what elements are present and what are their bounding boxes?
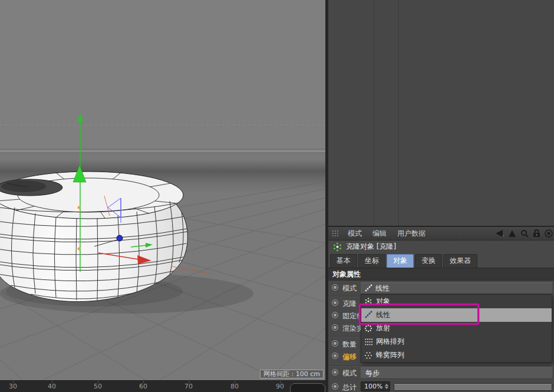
attribute-tabs: 基本 坐标 对象 变换 效果器 <box>328 253 554 268</box>
keyframe-dot-fix-texture[interactable] <box>332 312 338 318</box>
menu-user-data[interactable]: 用户数据 <box>392 229 431 239</box>
step-mode-value: 每步 <box>365 368 380 378</box>
tab-coordinates[interactable]: 坐标 <box>358 254 385 268</box>
object-manager-area[interactable] <box>328 0 554 227</box>
column-divider <box>398 0 399 226</box>
timeline-tick-label: 80 <box>230 383 239 390</box>
row-separator <box>328 296 361 297</box>
back-icon[interactable] <box>494 229 504 238</box>
total-value: 100% <box>364 383 382 390</box>
target-icon[interactable] <box>545 229 553 238</box>
keyframe-dot-total[interactable] <box>332 383 338 390</box>
section-header: 对象属性 <box>328 268 554 281</box>
stepper-arrows-icon[interactable] <box>382 382 390 391</box>
group-separator <box>328 365 554 366</box>
dropdown-item-label: 蜂窝阵列 <box>376 350 404 360</box>
step-mode-combo[interactable]: 每步 <box>361 367 552 379</box>
grid-dots-icon <box>364 338 372 346</box>
annotation-highlight-box <box>359 304 479 325</box>
clones-label: 克隆 <box>342 299 361 309</box>
timeline-ruler[interactable]: 30 40 50 60 70 80 90 <box>0 380 325 392</box>
row-separator <box>328 336 361 337</box>
total-label: 总计 <box>342 383 360 392</box>
timeline-tick-label: 70 <box>184 383 193 390</box>
keyframe-dot-step-mode[interactable] <box>332 369 338 375</box>
keyframe-dot-mode[interactable] <box>332 284 338 291</box>
tab-object[interactable]: 对象 <box>387 254 414 268</box>
object-title: 克隆对象 [克隆] <box>346 242 396 252</box>
linear-dots-icon <box>364 284 372 292</box>
keyframe-dot-render-instances[interactable] <box>332 324 338 331</box>
dropdown-item-label: 网格排列 <box>376 337 404 347</box>
menu-edit[interactable]: 编辑 <box>367 229 392 239</box>
cinema4d-screen: 网格间距 : 100 cm 30 40 50 60 70 80 90 <box>0 0 554 392</box>
count-label: 数量 <box>342 340 361 350</box>
tab-transform[interactable]: 变换 <box>415 254 442 268</box>
arrow-icon[interactable] <box>508 229 516 238</box>
honeycomb-dots-icon <box>364 351 372 360</box>
tab-basic[interactable]: 基本 <box>330 254 357 268</box>
timeline-tick-label: 30 <box>9 383 17 390</box>
viewport-3d[interactable]: 网格间距 : 100 cm <box>0 0 326 380</box>
grid-spacing-label: 网格间距 : 100 cm <box>260 370 324 378</box>
object-titlebar: 克隆对象 [克隆] <box>328 241 554 253</box>
render-instances-label: 渲染实例 <box>342 324 361 334</box>
keyframe-dot-clones[interactable] <box>332 299 338 306</box>
dropdown-item-label: 放射 <box>376 323 390 333</box>
total-value-field[interactable]: 100% <box>361 381 390 391</box>
fix-texture-label: 固定纹理 <box>342 311 361 321</box>
timeline-tick-label: 50 <box>94 383 102 390</box>
mode-combo[interactable]: 线性 <box>361 282 552 294</box>
timeline-tick-label: 40 <box>48 383 56 390</box>
keyframe-dot-count[interactable] <box>332 340 338 347</box>
total-slider[interactable] <box>394 383 552 391</box>
timeline-tick-label: 90 <box>276 383 284 390</box>
column-divider <box>374 0 374 226</box>
step-mode-label: 模式 <box>342 368 360 378</box>
attribute-manager-menubar: 模式 编辑 用户数据 <box>328 227 554 241</box>
current-frame-field[interactable] <box>290 383 325 392</box>
viewport-scene <box>0 0 326 380</box>
lock-icon[interactable] <box>533 229 540 238</box>
cloner-object-icon <box>332 242 342 252</box>
mode-combo-value: 线性 <box>375 284 390 294</box>
section-header-label: 对象属性 <box>332 269 361 279</box>
radial-dots-icon <box>364 324 372 332</box>
timeline-tick-label: 60 <box>139 383 147 390</box>
keyframe-dot-offset[interactable] <box>332 353 338 359</box>
menu-mode[interactable]: 模式 <box>342 229 367 239</box>
tab-effectors[interactable]: 效果器 <box>443 254 477 268</box>
offset-label: 偏移 <box>342 352 361 362</box>
dropdown-item-honeycomb[interactable]: 蜂窝阵列 <box>361 348 552 362</box>
mode-label: 模式 <box>342 284 360 294</box>
search-icon[interactable] <box>520 229 529 238</box>
grip-icon[interactable] <box>332 230 340 237</box>
dropdown-item-grid[interactable]: 网格排列 <box>361 335 552 348</box>
